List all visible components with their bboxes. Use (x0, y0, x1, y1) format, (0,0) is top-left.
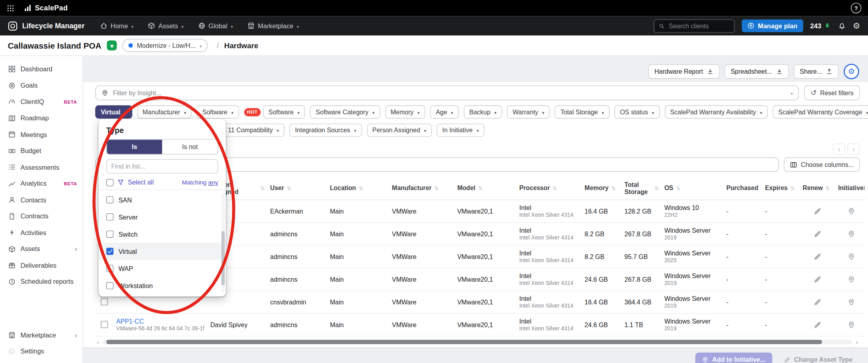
sidebar-item-roadmap[interactable]: Roadmap (0, 110, 82, 126)
type-option-checkbox[interactable] (106, 265, 113, 272)
matching-mode-toggle[interactable]: Matching any (182, 179, 218, 186)
filter-chip[interactable]: OS status (614, 105, 659, 118)
sidebar-item-assessments[interactable]: Assessments (0, 159, 82, 175)
scroll-right-arrow[interactable] (854, 339, 860, 345)
select-all-label[interactable]: Select all (128, 179, 154, 186)
next-page-button[interactable] (848, 143, 860, 155)
type-option-checkbox[interactable] (106, 196, 113, 203)
add-to-initiative-pin-icon[interactable] (848, 321, 855, 328)
sidebar-item-goals[interactable]: Goals (0, 77, 82, 94)
type-option[interactable]: Workstation (99, 277, 226, 294)
filter-chip[interactable]: Backup (464, 105, 502, 118)
type-option-checkbox[interactable] (106, 248, 113, 255)
horizontal-scrollbar[interactable] (95, 337, 860, 347)
row-checkbox[interactable] (101, 321, 108, 328)
sidebar-item-budget[interactable]: Budget (0, 143, 82, 159)
hardware-report-button[interactable]: Hardware Report (648, 64, 720, 78)
find-in-list-input[interactable] (106, 159, 218, 173)
filter-chip[interactable]: ScalePad Warranty Coverage (773, 105, 868, 118)
asset-name-link[interactable]: APP1-CC (116, 318, 205, 325)
filter-chip[interactable]: ScalePad Warranty Availability (665, 105, 768, 118)
filter-chip[interactable]: Integration Sources (289, 124, 362, 137)
row-checkbox[interactable] (101, 298, 108, 306)
filter-chip[interactable]: Software Category (310, 105, 380, 118)
column-header-total-storage[interactable]: Total Storage (619, 181, 659, 196)
filter-chip[interactable]: In Initiative (437, 124, 484, 137)
add-to-initiative-pin-icon[interactable] (848, 207, 855, 215)
scalepad-logo[interactable]: ScalePad (24, 4, 68, 12)
sidebar-item-activities[interactable]: Activities (0, 224, 82, 241)
select-all-checkbox[interactable] (106, 179, 113, 186)
sidebar-item-meetings[interactable]: Meetings (0, 126, 82, 143)
notifications-bell-icon[interactable] (838, 22, 845, 29)
scrollbar-thumb[interactable] (106, 340, 822, 344)
type-option[interactable]: Server (99, 208, 226, 226)
settings-gear-icon[interactable] (853, 21, 860, 31)
column-header-manufacturer[interactable]: Manufacturer (386, 185, 452, 192)
filter-chip[interactable]: Person Assigned (367, 124, 432, 137)
spreadsheet-button[interactable]: Spreadsheet... (725, 64, 789, 78)
sidebar-item-dashboard[interactable]: Dashboard (0, 61, 82, 77)
type-option[interactable]: SAN (99, 191, 226, 208)
dropdown-scrollbar-thumb[interactable] (221, 231, 224, 285)
sidebar-item-marketplace[interactable]: Marketplace (0, 327, 82, 343)
lifecycle-manager-logo[interactable]: Lifecycle Manager (8, 21, 84, 31)
nav-item-home[interactable]: Home (100, 22, 133, 29)
add-to-initiative-button[interactable]: Add to Initiative... (695, 353, 772, 363)
client-search-input[interactable] (668, 22, 730, 29)
sidebar-item-settings[interactable]: Settings (0, 343, 82, 360)
filter-chip[interactable]: Memory (385, 105, 425, 118)
type-option[interactable]: Virtual (99, 243, 226, 260)
filter-chip[interactable]: Software (197, 105, 239, 118)
share-button[interactable]: Share... (794, 64, 839, 78)
prev-page-button[interactable] (833, 143, 845, 155)
type-option-checkbox[interactable] (106, 214, 113, 221)
sidebar-item-scheduled-reports[interactable]: Scheduled reports (0, 273, 82, 290)
filter-chip[interactable]: Virtual (95, 105, 132, 118)
filter-is-not-toggle[interactable]: Is not (162, 140, 218, 154)
type-option[interactable]: Switch (99, 226, 226, 243)
client-search[interactable] (654, 19, 735, 32)
type-option-checkbox[interactable] (106, 282, 113, 289)
column-header-memory[interactable]: Memory (579, 185, 619, 192)
column-header-processor[interactable]: Processor (514, 185, 579, 192)
filter-chip[interactable]: Total Storage (555, 105, 609, 118)
type-option-checkbox[interactable] (106, 231, 113, 238)
sidebar-item-deliverables[interactable]: Deliverables (0, 257, 82, 273)
filter-chip[interactable]: Software (263, 105, 305, 118)
filter-is-toggle[interactable]: Is (107, 140, 162, 154)
add-to-initiative-pin-icon[interactable] (848, 275, 855, 283)
sidebar-item-assets[interactable]: Assets (0, 241, 82, 257)
column-header-user[interactable]: User (265, 185, 324, 192)
add-to-initiative-pin-icon[interactable] (848, 253, 855, 260)
nav-item-global[interactable]: Global (198, 22, 233, 29)
column-header-location[interactable]: Location (324, 185, 386, 192)
column-header-purchased[interactable]: Purchased (721, 185, 759, 192)
sidebar-item-clientiq[interactable]: ClientIQ BETA (0, 94, 82, 110)
filter-chip[interactable]: Age (430, 105, 459, 118)
strategy-dropdown[interactable]: Modernize - Low/H... (123, 39, 208, 52)
trees-planted-counter[interactable]: 243 (810, 22, 831, 29)
manage-plan-button[interactable]: Manage plan (742, 20, 803, 32)
filter-chip[interactable]: Manufacturer (137, 105, 191, 118)
dropdown-scrollbar[interactable] (221, 193, 224, 292)
change-asset-type-button[interactable]: Change Asset Type (777, 353, 859, 363)
table-settings-button[interactable] (844, 64, 859, 79)
add-to-initiative-pin-icon[interactable] (848, 230, 855, 237)
filter-chip[interactable]: Warranty (507, 105, 550, 118)
filter-by-insight-dropdown[interactable]: Filter by Insight... (95, 85, 799, 100)
nav-item-assets[interactable]: Assets (148, 22, 184, 29)
scroll-left-arrow[interactable] (95, 339, 101, 345)
column-header-renew[interactable]: Renew (797, 185, 833, 192)
app-launcher-icon[interactable] (7, 4, 14, 12)
table-row[interactable]: APP1-CC VMware-56 4d 26 6c 64 04 7c 39-1… (95, 314, 866, 336)
help-button[interactable]: ? (851, 3, 861, 13)
column-header-model[interactable]: Model (452, 185, 514, 192)
column-header-expires[interactable]: Expires (759, 185, 797, 192)
column-header-initiatives[interactable]: Initiatives (833, 185, 865, 192)
column-header-os[interactable]: OS (659, 185, 721, 192)
reset-filters-button[interactable]: Reset filters (805, 85, 860, 100)
type-option[interactable]: WAP (99, 260, 226, 277)
choose-columns-button[interactable]: Choose columns... (784, 157, 860, 172)
sidebar-item-contracts[interactable]: Contracts (0, 208, 82, 224)
